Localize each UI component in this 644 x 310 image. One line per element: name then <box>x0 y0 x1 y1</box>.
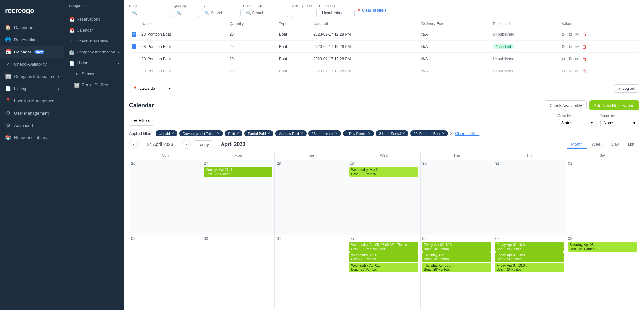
back-nav-location-mgmt[interactable]: 📍 Location Management <box>0 95 64 107</box>
filter-tag-downpayment-remove[interactable]: ✕ <box>217 131 220 136</box>
row2-edit-icon[interactable]: ✏ <box>574 43 580 50</box>
row1-checkbox[interactable]: ✓ <box>132 32 136 37</box>
filter-tag-mark-as-paid[interactable]: Mark as Paid ✕ <box>275 130 307 136</box>
row3-checkbox-cell[interactable] <box>129 53 139 65</box>
front-nav-calendar[interactable]: 📅 Calendar <box>64 25 124 36</box>
updated-filter-input[interactable]: 🔍 <box>243 9 288 17</box>
row3-edit-icon[interactable]: ✏ <box>574 56 580 62</box>
filter-tag-23hr[interactable]: 23 hour rental ✕ <box>308 130 341 136</box>
cal-event-apr05-3[interactable]: Wednesday, Apr 0...Boat - 20' Pontoo... <box>349 263 418 272</box>
logout-button[interactable]: ↗ Log out <box>614 84 639 93</box>
published-search-field[interactable] <box>322 11 352 15</box>
clear-filters-x2-icon[interactable]: ✕ <box>450 131 453 136</box>
clear-filters-button[interactable]: Clear all filters <box>362 8 386 13</box>
row4-settings-icon[interactable]: ⚙ <box>561 68 566 74</box>
cal-event-apr06-3[interactable]: Thursday, Apr 06,...Boat - 28' Pontoo... <box>422 263 491 272</box>
delivery-free-search-field[interactable] <box>294 11 314 15</box>
back-nav-dashboard[interactable]: 🏠 Dashboard <box>0 21 64 33</box>
filter-tag-1day-remove[interactable]: ✕ <box>368 131 371 136</box>
back-nav-advanced[interactable]: ⚙ Advanced <box>0 119 64 131</box>
back-nav-reservations[interactable]: 🌐 Reservations <box>0 33 64 46</box>
cal-event-mar29-1[interactable]: Wednesday, Mar 2...Boat - 20' Pontoo... <box>349 167 418 177</box>
filter-tag-unpaid[interactable]: Unpaid ✕ <box>156 130 177 136</box>
row3-delete-icon[interactable]: 🗑 <box>582 56 587 62</box>
filter-tag-partial-paid-remove[interactable]: ✕ <box>267 131 270 136</box>
type-filter-input[interactable]: 🔍 <box>202 9 241 17</box>
row4-copy-icon[interactable]: ⧉ <box>568 68 573 74</box>
row1-settings-icon[interactable]: ⚙ <box>561 31 566 38</box>
cal-event-apr07-3[interactable]: Friday, Apr 07, 10:0...Boat - 28' Pontoo… <box>495 263 564 272</box>
cal-cell-apr08: 08 Saturday, Apr 08, 1...Boat - 28' Pont… <box>566 235 639 310</box>
delivery-free-filter-input[interactable] <box>291 9 317 17</box>
clear-filters-x-icon[interactable]: ✕ <box>357 8 361 13</box>
calendar-filters-button[interactable]: ☰ Filters <box>129 116 154 126</box>
tab-month[interactable]: Month <box>567 140 587 149</box>
quantity-search-field[interactable] <box>183 11 196 15</box>
back-nav-company-info[interactable]: 🏢 Company Information ▾ <box>0 70 64 82</box>
front-nav-rental-profiles[interactable]: 🏢 Rental Profiles <box>64 80 124 90</box>
back-nav-listing[interactable]: 📄 Listing ▴ <box>0 82 64 95</box>
back-nav-reference-library[interactable]: 📚 Reference Library <box>0 131 64 144</box>
front-nav-company-info[interactable]: 🏢 Company Information ▾ <box>64 47 124 58</box>
filter-tag-map-remove[interactable]: ✕ <box>300 131 303 136</box>
row2-delete-icon[interactable]: 🗑 <box>582 43 587 50</box>
row1-copy-icon[interactable]: ⧉ <box>568 31 573 38</box>
back-nav-user-mgmt[interactable]: ⚙ User Management <box>0 107 64 119</box>
add-reservation-button[interactable]: Add New Reservation <box>589 100 639 110</box>
today-button[interactable]: Today <box>194 140 213 148</box>
row3-copy-icon[interactable]: ⧉ <box>568 55 573 62</box>
filter-tag-8hr[interactable]: 8 Hour Rental ✕ <box>376 130 408 136</box>
cal-event-mar27-1[interactable]: Monday, Mar 27, 1...Boat - 20' Pontoo... <box>204 167 272 177</box>
location-selector[interactable]: 📍 Lakeside ▾ <box>129 84 174 93</box>
front-nav-reservations[interactable]: 📅 Reservations <box>64 14 124 25</box>
name-filter-input[interactable]: 🔍 <box>129 9 171 17</box>
calendar-clear-all-button[interactable]: Clear all filters <box>455 131 479 136</box>
filter-tag-23hr-remove[interactable]: ✕ <box>335 131 338 136</box>
row3-settings-icon[interactable]: ⚙ <box>561 56 566 62</box>
cal-event-apr08-1[interactable]: Saturday, Apr 08, 1...Boat - 28' Pontoo.… <box>568 242 637 252</box>
filter-tag-20ft-boat[interactable]: 20' Pontoon Boat ✕ <box>410 130 448 136</box>
row4-delete-icon[interactable]: 🗑 <box>582 68 587 74</box>
quantity-filter-input[interactable]: 🔍 <box>174 9 199 17</box>
tab-week[interactable]: Week <box>587 140 607 149</box>
next-month-button[interactable]: › <box>182 140 191 149</box>
filter-tag-1day[interactable]: 1 Day Rental ✕ <box>343 130 374 136</box>
row2-settings-icon[interactable]: ⚙ <box>561 43 566 50</box>
front-nav-seasons[interactable]: ☀ Seasons <box>64 69 124 80</box>
filter-tag-paid[interactable]: Paid ✕ <box>225 130 242 136</box>
color-by-select[interactable]: Status ▾ <box>558 119 596 127</box>
row1-checkbox-cell[interactable]: ✓ <box>129 28 139 41</box>
updated-search-field[interactable] <box>252 11 285 15</box>
name-search-field[interactable] <box>138 11 168 15</box>
front-nav-listing[interactable]: 📄 Listing ▴ <box>64 58 124 69</box>
filter-tag-downpayment[interactable]: Downpayment Taken ✕ <box>179 130 223 136</box>
row2-copy-icon[interactable]: ⧉ <box>568 43 573 50</box>
prev-month-button[interactable]: ‹ <box>129 140 138 149</box>
row1-delete-icon[interactable]: 🗑 <box>582 31 587 38</box>
type-search-field[interactable] <box>211 11 238 15</box>
row1-edit-icon[interactable]: ✏ <box>574 31 580 38</box>
filter-tag-20ft-remove[interactable]: ✕ <box>442 131 445 136</box>
front-nav-check-avail[interactable]: ✓ Check Availability <box>64 36 124 47</box>
filter-tag-partial-paid[interactable]: Partial Paid ✕ <box>244 130 273 136</box>
check-availability-button[interactable]: Check Availability <box>545 100 587 110</box>
row2-checkbox-cell[interactable]: ✓ <box>129 41 139 53</box>
cal-event-apr05-1[interactable]: Wednesday, Apr 05, 08:00 AM - Thursd...B… <box>349 242 418 252</box>
tab-day[interactable]: Day <box>607 140 623 149</box>
filter-tag-paid-remove[interactable]: ✕ <box>236 131 239 136</box>
tab-list[interactable]: List <box>623 140 639 149</box>
row3-checkbox[interactable] <box>132 57 136 61</box>
row4-edit-icon[interactable]: ✏ <box>574 68 580 74</box>
cal-event-apr05-2[interactable]: Wednesday, Apr 0...Boat - 20' Pontoo... <box>349 252 418 262</box>
cal-event-apr07-1[interactable]: Friday, Apr 07, 10:0...Boat - 28' Pontoo… <box>495 242 564 252</box>
cal-event-apr07-2[interactable]: Friday, Apr 07, 10:0...Boat - 28' Pontoo… <box>495 252 564 262</box>
back-nav-calendar[interactable]: 📅 Calendar NEW <box>0 46 64 58</box>
row2-checkbox[interactable]: ✓ <box>132 44 136 49</box>
cal-event-apr06-1[interactable]: Friday, Apr 07, 10:0...Boat - 28' Pontoo… <box>422 242 491 252</box>
group-by-select[interactable]: None ▾ <box>600 119 639 127</box>
back-nav-check-availability[interactable]: ✓ Check Availability <box>0 58 64 70</box>
published-filter-input[interactable] <box>319 9 355 17</box>
cal-event-apr06-2[interactable]: Thursday, Apr 06,...Boat - 28' Pontoo... <box>422 252 491 262</box>
filter-tag-8hr-remove[interactable]: ✕ <box>402 131 405 136</box>
filter-tag-unpaid-remove[interactable]: ✕ <box>171 131 174 136</box>
